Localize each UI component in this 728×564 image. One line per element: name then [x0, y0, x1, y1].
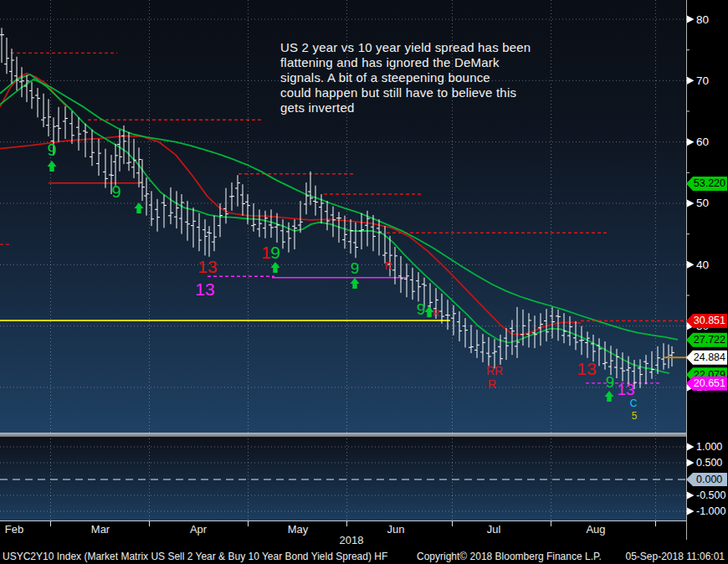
price-badge-value: 53.220: [694, 177, 725, 189]
tick-arrow-icon: [687, 508, 695, 515]
price-badge-value: 27.722: [694, 334, 725, 346]
copyright-text: Copyright© 2018 Bloomberg Finance L.P.: [417, 551, 602, 562]
price-badge-value: 20.651: [694, 377, 725, 389]
y-axis-label-80: 80: [696, 13, 709, 26]
y-axis-label-40: 40: [696, 259, 709, 271]
price-badge-value: 30.851: [694, 315, 725, 326]
month-label-Jun: Jun: [387, 523, 405, 536]
month-label-Aug: Aug: [586, 523, 605, 536]
sub-axis-label-0.500: 0.500: [696, 457, 722, 469]
bloomberg-chart-window: 991313199R9RRRR13913C5FebMarAprMayJunJul…: [0, 0, 728, 564]
tick-arrow-icon: [687, 138, 695, 146]
tick-arrow-icon: [687, 444, 695, 451]
x-axis: FebMarAprMayJunJulAug: [5, 520, 656, 536]
tick-arrow-icon: [687, 459, 695, 467]
sub-axis-label--0.500: -0.500: [696, 490, 725, 501]
timestamp: 05-Sep-2018 11:06:01: [625, 551, 725, 562]
month-label-Jul: Jul: [487, 523, 501, 536]
month-label-Mar: Mar: [91, 523, 110, 536]
price-badge-value: 24.884: [694, 351, 725, 363]
sub-axis-label--1.000: -1.000: [696, 505, 725, 517]
sub-axis-label-0: 0.000: [696, 474, 722, 485]
sub-axis-label-1.000: 1.000: [696, 441, 722, 453]
sub-axis-labels: 1.0000.5000.000-0.500-1.000: [686, 441, 727, 517]
tick-arrow-icon: [687, 16, 695, 23]
month-label-May: May: [288, 523, 309, 536]
status-bar: USYC2Y10 Index (Market Matrix US Sell 2 …: [0, 548, 728, 564]
tick-arrow-icon: [687, 261, 695, 269]
x-axis-year-label: 2018: [331, 534, 372, 546]
chart-annotation: US 2 year vs 10 year yield spread has be…: [280, 40, 531, 115]
y-axis-label-50: 50: [696, 197, 709, 209]
month-label-Feb: Feb: [5, 523, 23, 536]
month-label-Apr: Apr: [190, 523, 208, 536]
tick-arrow-icon: [687, 199, 695, 207]
y-axis-label-60: 60: [696, 136, 709, 148]
tick-arrow-icon: [687, 77, 695, 85]
tick-arrow-icon: [687, 492, 695, 500]
security-description: USYC2Y10 Index (Market Matrix US Sell 2 …: [3, 551, 387, 562]
y-axis-label-70: 70: [696, 74, 709, 87]
